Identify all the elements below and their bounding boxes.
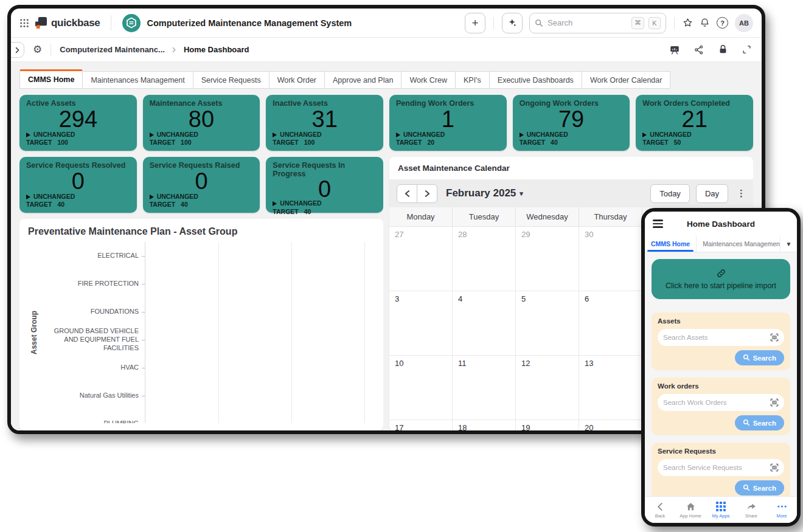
presentation-mode-icon[interactable] (669, 44, 680, 55)
app-switcher-grid-icon[interactable] (19, 18, 29, 28)
calendar-cell[interactable]: 30 (579, 227, 642, 291)
settings-gear-icon[interactable]: ⚙ (33, 44, 42, 55)
month-label: February 2025 (446, 187, 516, 199)
search-button-work-orders[interactable]: Search (735, 415, 784, 430)
avatar[interactable]: AB (735, 14, 753, 32)
global-search: ⌘ K (529, 13, 666, 33)
search-button-service-requests[interactable]: Search (735, 480, 784, 496)
mobile-tabs-caret-icon[interactable]: ▼ (780, 236, 797, 252)
calendar-cell[interactable]: 18 (453, 420, 516, 430)
kpi-card-maintenance-assets[interactable]: Maintenance Assets80UNCHANGEDTARGET100 (143, 95, 260, 151)
calendar-cell[interactable]: 13 (579, 356, 642, 420)
calendar-next-button[interactable] (417, 184, 437, 203)
chart-category-label: HVAC (40, 354, 145, 382)
section-title: Work orders (658, 382, 784, 390)
tab-cmms-home[interactable]: CMMS Home (19, 69, 83, 89)
lock-icon[interactable] (718, 44, 728, 55)
tab-work-order[interactable]: Work Order (269, 71, 325, 89)
caret-down-icon: ▾ (520, 190, 523, 198)
tab-executive-dashboards[interactable]: Executive Dashboards (490, 71, 582, 89)
kpi-card-active-assets[interactable]: Active Assets294UNCHANGEDTARGET100 (19, 95, 137, 151)
day-number: 27 (395, 230, 403, 239)
day-number: 29 (521, 230, 530, 239)
fullscreen-icon[interactable] (742, 44, 752, 55)
trend-triangle-icon (26, 195, 30, 199)
scan-icon[interactable] (770, 463, 779, 472)
calendar-cell[interactable]: 3 (389, 291, 453, 356)
ai-sparkle-button[interactable] (502, 13, 523, 33)
kpi-card-service-requests-in-progress[interactable]: Service Requests In Progress0UNCHANGEDTA… (266, 157, 383, 213)
tab-work-crew[interactable]: Work Crew (401, 71, 456, 89)
pipeline-import-button[interactable]: Click here to start pipeline import (652, 259, 790, 299)
search-input-work-orders[interactable] (663, 399, 766, 406)
trend-label: UNCHANGED (527, 131, 568, 139)
hamburger-menu-icon[interactable] (653, 219, 663, 228)
calendar-cell[interactable]: 28 (453, 227, 516, 291)
today-button[interactable]: Today (650, 184, 690, 203)
calendar-cell[interactable]: 10 (389, 356, 453, 420)
kpi-card-service-requests-resolved[interactable]: Service Requests Resolved0UNCHANGEDTARGE… (19, 157, 137, 213)
kpi-target: TARGET40 (520, 139, 624, 147)
breadcrumb-chevron-icon (172, 47, 176, 53)
nav-share[interactable]: Share (736, 502, 766, 519)
sidebar-expand-button[interactable] (11, 42, 24, 58)
nav-back[interactable]: Back (645, 502, 675, 519)
share-icon[interactable] (693, 44, 704, 55)
calendar-cell[interactable]: 19 (516, 420, 579, 430)
notifications-bell-icon[interactable] (700, 18, 710, 28)
mobile-tab-cmms-home[interactable]: CMMS Home (645, 236, 697, 252)
calendar-cell[interactable]: 6 (579, 291, 642, 356)
search-input-assets[interactable] (663, 334, 766, 341)
calendar-cell[interactable]: 29 (516, 227, 579, 291)
target-value: 50 (674, 139, 681, 147)
trend-label: UNCHANGED (280, 131, 321, 139)
calendar-kebab-menu-icon[interactable]: ⋮ (737, 188, 746, 199)
cmd-keycap: ⌘ (631, 17, 644, 29)
tab-kpi-s[interactable]: KPI's (456, 71, 490, 89)
calendar-cell[interactable]: 20 (579, 420, 642, 430)
tab-maintenances-management[interactable]: Maintenances Management (83, 71, 193, 89)
search-input-service-requests[interactable] (663, 464, 766, 471)
kpi-card-service-requests-raised[interactable]: Service Requests Raised0UNCHANGEDTARGET4… (143, 157, 260, 213)
mobile-tab-maintenances-management[interactable]: Maintenances Management (697, 236, 780, 252)
nav-app-home[interactable]: App Home (675, 502, 706, 519)
tab-approve-and-plan[interactable]: Approve and Plan (325, 71, 401, 89)
kpi-row-1: Active Assets294UNCHANGEDTARGET100Mainte… (19, 95, 753, 151)
kpi-footer: UNCHANGEDTARGET40 (26, 193, 130, 209)
search-button-assets[interactable]: Search (735, 350, 784, 365)
calendar-prev-button[interactable] (397, 184, 417, 203)
breadcrumb-app[interactable]: Computerized Maintenanc... (60, 45, 165, 54)
calendar-month-dropdown[interactable]: February 2025 ▾ (446, 187, 523, 199)
calendar-cell[interactable]: 11 (453, 356, 516, 420)
nav-more[interactable]: More (766, 502, 797, 519)
calendar-cell[interactable]: 27 (389, 227, 453, 291)
quickbase-logo[interactable]: quickbase (35, 17, 100, 29)
calendar-cell[interactable]: 5 (516, 291, 579, 356)
app-title: Computerized Maintenance Management Syst… (147, 18, 352, 28)
scan-icon[interactable] (770, 333, 779, 342)
target-value: 100 (181, 139, 192, 147)
nav-my-apps[interactable]: My Apps (706, 502, 736, 519)
kpi-card-ongoing-work-orders[interactable]: Ongoing Work Orders79UNCHANGEDTARGET40 (513, 95, 630, 151)
day-number: 4 (458, 294, 462, 303)
tab-service-requests[interactable]: Service Requests (193, 71, 269, 89)
tab-work-order-calendar[interactable]: Work Order Calendar (582, 71, 671, 89)
help-icon[interactable]: ? (717, 17, 728, 29)
kpi-card-work-orders-completed[interactable]: Work Orders Completed21UNCHANGEDTARGET50 (636, 95, 753, 151)
scan-icon[interactable] (770, 398, 779, 407)
mobile-tabs-bar: CMMS HomeMaintenances ManagementS ▼ (645, 236, 797, 252)
day-view-button[interactable]: Day (696, 184, 728, 203)
kpi-card-inactive-assets[interactable]: Inactive Assets31UNCHANGEDTARGET100 (266, 95, 383, 151)
kpi-card-pending-work-orders[interactable]: Pending Work Orders1UNCHANGEDTARGET20 (389, 95, 507, 151)
calendar-cell[interactable]: 17 (389, 420, 453, 430)
global-search-input[interactable] (548, 18, 627, 27)
calendar-cell[interactable]: 12 (516, 356, 579, 420)
calendar-cell[interactable]: 4 (453, 291, 516, 356)
favorites-star-icon[interactable] (683, 18, 693, 28)
breadcrumb-page: Home Dashboard (184, 45, 249, 54)
kpi-target: TARGET50 (642, 139, 746, 147)
add-button[interactable]: + (465, 13, 485, 33)
app-badge-icon[interactable] (122, 14, 141, 32)
brand-text: quickbase (51, 17, 100, 29)
sparkle-icon (507, 18, 518, 28)
